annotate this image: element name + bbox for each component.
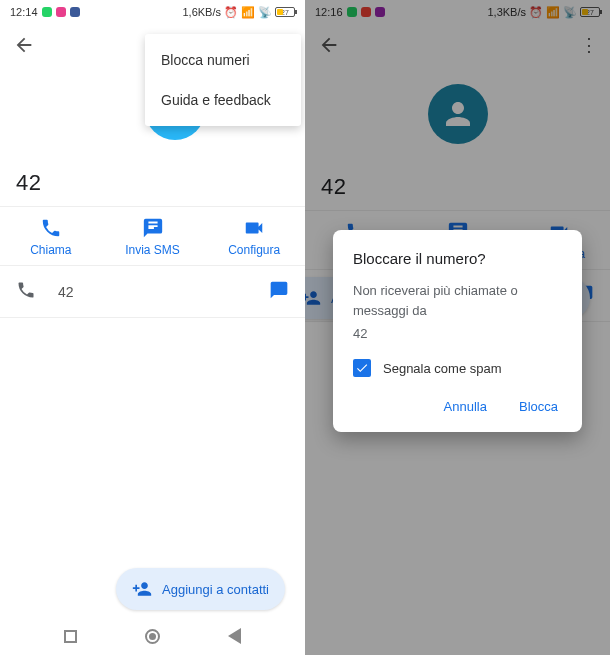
sms-label: Invia SMS [125,243,180,257]
menu-block-numbers[interactable]: Blocca numeri [145,40,301,80]
call-label: Chiama [30,243,71,257]
config-button[interactable]: Configura [203,207,305,265]
dialog-number: 42 [353,326,562,341]
alarm-icon: ⏰ [224,6,238,19]
message-icon[interactable] [269,280,289,303]
dialog-block-button[interactable]: Blocca [515,393,562,420]
screenshot-left: 12:14 1,6KB/s ⏰ 📶 📡 27 42 [0,0,305,655]
call-button[interactable]: Chiama [0,207,102,265]
notif-icon [56,7,66,17]
spam-checkbox-row[interactable]: Segnala come spam [353,359,562,377]
fab-label: Aggiungi a contatti [162,582,269,597]
row-number-text: 42 [58,284,269,300]
nav-home[interactable] [145,629,160,644]
nav-bar [0,617,305,655]
notif-icon [42,7,52,17]
battery-icon: 27 [275,7,295,17]
status-bar: 12:14 1,6KB/s ⏰ 📶 📡 27 [0,0,305,24]
dialog-body: Non riceverai più chiamate o messaggi da [353,281,562,320]
status-time: 12:14 [10,6,38,18]
back-button[interactable] [12,33,36,57]
sms-button[interactable]: Invia SMS [102,207,204,265]
signal-icon: 📶 [241,6,255,19]
config-label: Configura [228,243,280,257]
screenshot-right: 12:16 1,3KB/s ⏰ 📶 📡 27 ⋮ 42 [305,0,610,655]
dialog-cancel-button[interactable]: Annulla [440,393,491,420]
add-contact-fab[interactable]: Aggiungi a contatti [116,568,285,610]
nav-back[interactable] [228,628,241,644]
action-row: Chiama Invia SMS Configura [0,206,305,266]
spam-label: Segnala come spam [383,361,502,376]
wifi-icon: 📡 [258,6,272,19]
block-dialog: Bloccare il numero? Non riceverai più ch… [333,230,582,432]
notif-icon [70,7,80,17]
menu-help-feedback[interactable]: Guida e feedback [145,80,301,120]
number-row[interactable]: 42 [0,266,305,318]
phone-icon [16,280,38,303]
nav-recents[interactable] [64,630,77,643]
spam-checkbox[interactable] [353,359,371,377]
dialog-title: Bloccare il numero? [353,250,562,267]
overflow-menu: Blocca numeri Guida e feedback [145,34,301,126]
data-rate: 1,6KB/s [182,6,221,18]
phone-number-title: 42 [0,156,305,206]
